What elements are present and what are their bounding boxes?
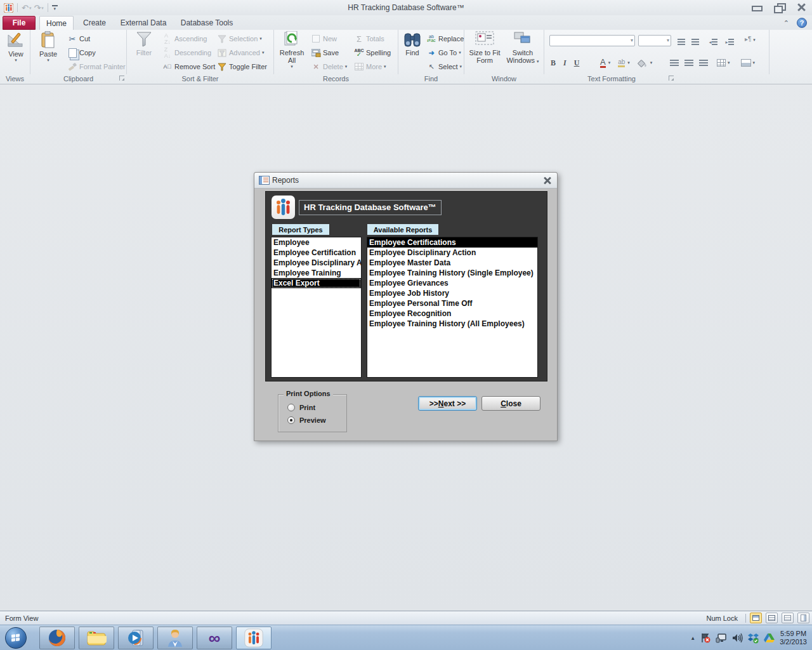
cut-button[interactable]: ✂ Cut <box>67 32 90 45</box>
list-item[interactable]: Employee Personal Time Off <box>367 298 537 308</box>
view-button[interactable]: View ▾ <box>4 31 28 63</box>
pivotchart-view-button[interactable] <box>797 613 809 623</box>
available-reports-listbox[interactable]: Employee Certifications Employee Discipl… <box>367 237 538 378</box>
taskbar-clock[interactable]: 5:59 PM 3/2/2013 <box>780 630 807 646</box>
close-button[interactable] <box>796 3 808 12</box>
italic-button[interactable]: I <box>563 58 566 68</box>
dropbox-icon[interactable] <box>748 633 759 644</box>
font-color-icon[interactable]: A <box>600 58 606 68</box>
copy-button[interactable]: Copy <box>67 46 96 59</box>
more-button[interactable]: More▾ <box>354 60 386 73</box>
group-text-formatting: ◂ ▸ ▸¶ ▾ B I U A▾ ab▾ ▾ ▾ ▾ Text F <box>544 30 769 74</box>
tab-home[interactable]: Home <box>39 16 74 30</box>
start-button[interactable] <box>5 627 27 649</box>
bullets-icon[interactable] <box>676 37 686 47</box>
list-item[interactable]: Employee Grievances <box>367 278 537 288</box>
alternate-row-color-icon[interactable] <box>741 59 751 67</box>
list-item[interactable]: Employee <box>272 237 361 248</box>
list-item[interactable]: Employee Training History (Single Employ… <box>367 268 537 278</box>
paste-button[interactable]: Paste ▾ <box>36 31 61 63</box>
decrease-indent-icon[interactable]: ◂ <box>708 37 718 47</box>
list-item[interactable]: Employee Disciplinary Action <box>367 248 537 258</box>
switch-windows-button[interactable]: Switch Windows ▾ <box>504 31 542 65</box>
tab-external-data[interactable]: External Data <box>115 16 171 30</box>
list-item[interactable]: Employee Job History <box>367 288 537 298</box>
network-icon[interactable] <box>716 633 727 643</box>
bold-button[interactable]: B <box>551 58 556 68</box>
volume-icon[interactable] <box>732 633 743 643</box>
text-direction-icon[interactable]: ▸¶ ▾ <box>745 36 756 43</box>
list-item[interactable]: Employee Training <box>272 268 361 278</box>
totals-button[interactable]: Σ Totals <box>354 32 384 45</box>
taskbar-firefox-button[interactable] <box>39 627 75 649</box>
underline-button[interactable]: U <box>574 58 580 68</box>
pivottable-view-button[interactable] <box>782 613 794 623</box>
numbering-icon[interactable] <box>690 37 700 47</box>
minimize-ribbon-icon[interactable]: ⌃ <box>783 19 789 27</box>
size-to-fit-form-button[interactable]: Size to Fit Form <box>467 31 502 64</box>
list-item-selected[interactable]: Excel Export <box>272 278 361 288</box>
new-record-button[interactable]: New <box>311 32 337 45</box>
tab-create[interactable]: Create <box>76 16 113 30</box>
replace-button[interactable]: ab⇄ac Replace <box>426 32 464 45</box>
google-drive-icon[interactable] <box>764 633 775 643</box>
descending-button[interactable]: ZA↓ Descending <box>162 46 211 59</box>
find-button[interactable]: Find <box>401 31 424 56</box>
taskbar-explorer-button[interactable] <box>79 627 114 649</box>
restore-button[interactable] <box>773 3 785 12</box>
list-item[interactable]: Employee Certification <box>272 248 361 258</box>
advanced-button[interactable]: Advanced▾ <box>217 46 264 59</box>
preview-radio[interactable] <box>287 416 295 424</box>
preview-radio-row[interactable]: Preview <box>287 416 326 424</box>
close-dialog-button[interactable]: Close <box>481 396 540 411</box>
firefox-icon <box>48 628 67 647</box>
font-size-combo[interactable] <box>638 35 671 46</box>
help-icon[interactable]: ? <box>797 18 807 28</box>
taskbar-hr-person-button[interactable] <box>157 627 193 649</box>
toggle-filter-button[interactable]: Toggle Filter <box>217 60 267 73</box>
spelling-button[interactable]: ABC✓ Spelling <box>354 46 391 59</box>
font-family-combo[interactable] <box>549 35 635 46</box>
form-view-button[interactable] <box>750 613 762 623</box>
tab-file[interactable]: File <box>3 16 36 30</box>
filter-button[interactable]: Filter <box>131 31 157 56</box>
gridlines-icon[interactable] <box>717 59 726 67</box>
next-button[interactable]: >> Next >> <box>418 396 477 411</box>
list-item-selected[interactable]: Employee Certifications <box>367 237 537 248</box>
dialog-titlebar[interactable]: Reports <box>254 173 557 189</box>
save-record-button[interactable]: Save <box>311 46 339 59</box>
taskbar-visual-studio-button[interactable]: ∞ <box>197 627 232 649</box>
align-center-icon[interactable] <box>684 60 693 66</box>
minimize-button[interactable] <box>750 3 763 12</box>
selection-button[interactable]: Selection▾ <box>217 32 262 45</box>
dialog-close-icon[interactable] <box>543 176 552 184</box>
delete-record-button[interactable]: ✕ Delete▾ <box>311 60 347 73</box>
report-types-listbox[interactable]: Employee Employee Certification Employee… <box>271 237 362 378</box>
list-item[interactable]: Employee Training History (All Employees… <box>367 319 537 329</box>
action-center-flag-icon[interactable] <box>700 633 710 643</box>
ascending-button[interactable]: AZ↓ Ascending <box>162 32 207 45</box>
select-button[interactable]: ↖ Select▾ <box>426 60 462 73</box>
highlight-color-icon[interactable]: ab <box>618 59 625 67</box>
list-item[interactable]: Employee Recognition <box>367 308 537 319</box>
datasheet-view-button[interactable] <box>766 613 778 623</box>
align-left-icon[interactable] <box>670 60 679 66</box>
tab-database-tools[interactable]: Database Tools <box>174 16 240 30</box>
format-painter-button[interactable]: Format Painter <box>67 60 126 73</box>
text-formatting-dialog-launcher-icon[interactable] <box>669 76 674 81</box>
print-radio[interactable] <box>287 404 295 411</box>
taskbar-media-player-button[interactable] <box>118 627 154 649</box>
replace-icon: ab⇄ac <box>426 34 436 44</box>
refresh-all-button[interactable]: Refresh All ▾ <box>277 31 307 69</box>
clipboard-dialog-launcher-icon[interactable] <box>119 76 124 81</box>
list-item[interactable]: Employee Disciplinary Ac <box>272 258 361 268</box>
tray-expand-icon[interactable]: ▲ <box>690 635 695 641</box>
taskbar-hr-app-button[interactable] <box>236 627 272 649</box>
list-item[interactable]: Employee Master Data <box>367 258 537 268</box>
go-to-button[interactable]: ➜ Go To▾ <box>426 46 461 59</box>
align-right-icon[interactable] <box>699 60 708 66</box>
increase-indent-icon[interactable]: ▸ <box>724 37 735 47</box>
remove-sort-button[interactable]: A⃠ Remove Sort <box>162 60 215 73</box>
fill-color-icon[interactable] <box>638 59 648 67</box>
print-radio-row[interactable]: Print <box>287 404 315 411</box>
